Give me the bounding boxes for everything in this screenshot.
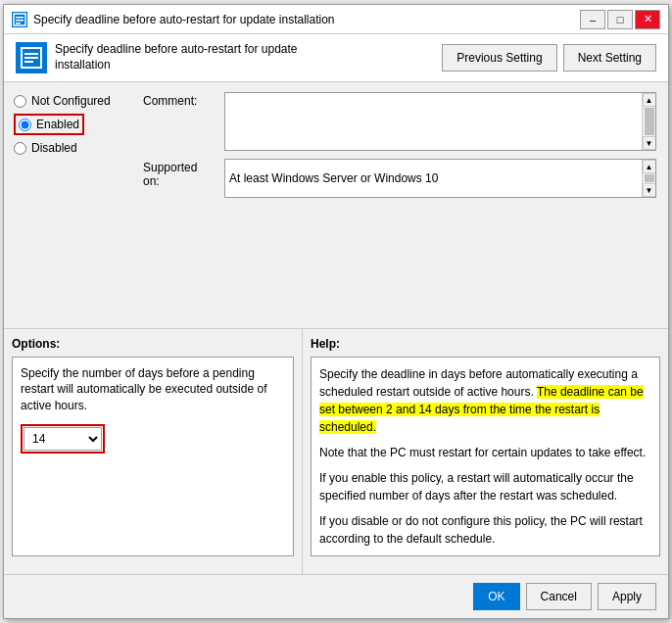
svg-rect-7 [24,61,33,63]
options-desc-text: Specify the number of days before a pend… [21,366,266,413]
header-bar: Specify deadline before auto-restart for… [4,34,668,82]
header-left: Specify deadline before auto-restart for… [16,42,442,73]
supported-on-box: At least Windows Server or Windows 10 ▲ … [224,159,656,198]
days-dropdown[interactable]: 14 2 3 4 5 6 7 8 9 10 11 12 13 [24,427,102,451]
help-label: Help: [311,337,660,351]
left-panel: Not Configured Enabled Disabled [4,82,131,328]
dialog-icon [12,12,27,27]
supported-scrollbar-down[interactable]: ▼ [643,183,656,197]
help-paragraph-5: If any of the following two policies are… [319,555,651,557]
main-content: Not Configured Enabled Disabled Comment: [4,82,668,328]
close-button[interactable]: ✕ [635,10,660,29]
comment-box: ▲ ▼ [224,92,656,151]
right-panel: Comment: ▲ ▼ Supported on: At least Wind… [131,82,668,328]
not-configured-option[interactable]: Not Configured [14,94,121,108]
options-panel: Options: Specify the number of days befo… [4,329,303,575]
svg-rect-5 [24,53,38,55]
dropdown-highlight-box: 14 2 3 4 5 6 7 8 9 10 11 12 13 [21,424,105,454]
enabled-highlight-box: Enabled [14,114,84,135]
comment-row: Comment: ▲ ▼ [143,92,656,151]
header-buttons: Previous Setting Next Setting [442,44,656,72]
svg-rect-6 [24,57,38,59]
supported-row: Supported on: At least Windows Server or… [143,159,656,198]
supported-value: At least Windows Server or Windows 10 [229,171,438,185]
scrollbar-up-arrow[interactable]: ▲ [643,93,656,107]
maximize-button[interactable]: □ [607,10,633,29]
disabled-radio[interactable] [14,142,26,155]
dialog-window: Specify deadline before auto-restart for… [3,4,669,619]
help-paragraph-1: Specify the deadline in days before auto… [319,365,651,436]
help-paragraph-2: Note that the PC must restart for certai… [319,444,651,461]
minimize-button[interactable]: – [580,10,605,29]
disabled-label: Disabled [31,141,77,155]
scrollbar-thumb[interactable] [645,108,654,135]
comment-scrollbar[interactable]: ▲ ▼ [642,93,655,150]
help-paragraph-3: If you enable this policy, a restart wil… [319,469,651,504]
cancel-button[interactable]: Cancel [526,583,592,610]
supported-scrollbar[interactable]: ▲ ▼ [642,160,655,197]
options-help-section: Options: Specify the number of days befo… [4,328,668,575]
apply-button[interactable]: Apply [598,583,656,610]
supported-label: Supported on: [143,159,216,188]
header-icon [16,42,47,73]
dialog-footer: OK Cancel Apply [4,574,668,618]
ok-button[interactable]: OK [473,583,519,610]
options-label: Options: [12,337,294,351]
enabled-option[interactable]: Enabled [19,118,79,131]
next-setting-button[interactable]: Next Setting [563,44,656,72]
enabled-label: Enabled [36,118,79,131]
title-bar-controls: – □ ✕ [580,10,660,29]
supported-scrollbar-thumb[interactable] [645,174,654,182]
scrollbar-down-arrow[interactable]: ▼ [643,136,656,150]
disabled-option[interactable]: Disabled [14,141,121,155]
not-configured-radio[interactable] [14,95,26,108]
svg-rect-1 [16,17,24,19]
title-bar-text: Specify deadline before auto-restart for… [33,13,574,26]
previous-setting-button[interactable]: Previous Setting [442,44,556,72]
comment-textarea[interactable] [225,93,642,150]
help-box[interactable]: Specify the deadline in days before auto… [311,357,660,557]
svg-rect-2 [16,20,24,22]
help-panel: Help: Specify the deadline in days befor… [303,329,668,575]
options-description: Specify the number of days before a pend… [21,365,285,414]
not-configured-label: Not Configured [31,94,111,108]
svg-rect-3 [16,23,21,24]
comment-label: Comment: [143,92,216,108]
title-bar: Specify deadline before auto-restart for… [4,5,668,34]
header-title: Specify deadline before auto-restart for… [55,42,349,72]
supported-scrollbar-up[interactable]: ▲ [643,160,656,173]
options-box: Specify the number of days before a pend… [12,357,294,557]
enabled-radio[interactable] [19,119,31,131]
help-paragraph-4: If you disable or do not configure this … [319,512,651,548]
